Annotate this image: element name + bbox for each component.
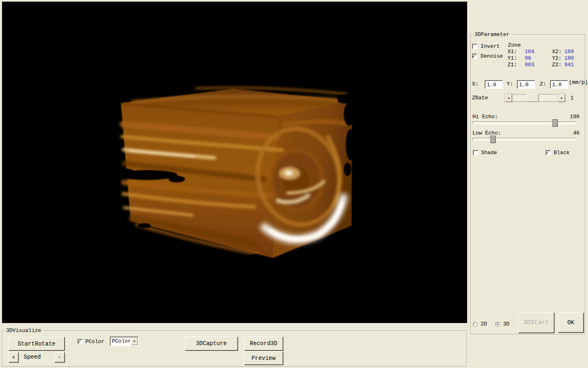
zrate-label: ZRate bbox=[472, 95, 488, 101]
shade-checkbox[interactable] bbox=[473, 150, 478, 155]
scale-y-input[interactable] bbox=[517, 80, 535, 89]
mode-2d-radio[interactable] bbox=[473, 322, 478, 327]
black-check-icon: ✓ bbox=[546, 149, 549, 156]
zone-title: Zone bbox=[508, 43, 521, 48]
scale-y-label: Y: bbox=[507, 81, 513, 87]
parameter-panel-title: 3DParameter bbox=[473, 31, 511, 38]
pcolor-check-icon: ✓ bbox=[78, 338, 81, 345]
zone-row-x: X1: 104 X2: 189 bbox=[508, 49, 585, 55]
zone-z1-label: Z1: bbox=[508, 62, 517, 68]
zrate-value: 1 bbox=[570, 95, 574, 101]
zone-y1-value: 96 bbox=[525, 55, 531, 61]
scale-z-input[interactable] bbox=[550, 80, 568, 89]
mode-2d-label: 2D bbox=[481, 321, 487, 327]
invert-label: Invert bbox=[481, 44, 500, 49]
visualize-panel: 3DVisualize StartRotate + Speed - ✓ PCol… bbox=[2, 330, 467, 367]
record-3d-button[interactable]: Record3D bbox=[244, 337, 283, 350]
render-viewport[interactable] bbox=[2, 2, 467, 323]
black-label: Black bbox=[554, 150, 570, 156]
mode-3d-label: 3D bbox=[503, 321, 510, 327]
black-checkbox[interactable]: ✓ bbox=[546, 150, 551, 155]
low-echo-label: Low Echo: bbox=[472, 130, 501, 136]
zrate-thumb[interactable] bbox=[527, 94, 539, 102]
zone-x2-value: 189 bbox=[564, 49, 574, 55]
start-rotate-button[interactable]: StartRotate bbox=[9, 337, 65, 350]
zrate-scrollbar[interactable]: ◄ ► bbox=[505, 94, 565, 102]
pcolor-dropdown-value: PColor bbox=[112, 338, 131, 344]
mode-3d-radio[interactable]: ● bbox=[495, 322, 500, 327]
invert-checkbox[interactable] bbox=[472, 44, 477, 49]
zone-x2-label: X2: bbox=[552, 49, 561, 55]
hi-echo-label: Hi Echo: bbox=[472, 114, 498, 120]
low-echo-track[interactable] bbox=[472, 138, 577, 141]
start-3d-button[interactable]: 3DStart bbox=[518, 312, 554, 333]
zrate-right-arrow-icon[interactable]: ► bbox=[558, 94, 565, 102]
chevron-down-icon[interactable]: ▼ bbox=[131, 337, 138, 345]
denoise-checkbox[interactable]: ✓ bbox=[472, 54, 477, 59]
scale-x-input[interactable] bbox=[485, 80, 503, 89]
mode-3d-dot-icon: ● bbox=[497, 323, 499, 326]
zone-y2-value: 180 bbox=[564, 55, 574, 61]
denoise-label: Denoise bbox=[481, 54, 503, 59]
parameter-panel: 3DParameter Invert ✓ Denoise Zone X1: 10… bbox=[470, 34, 585, 334]
scale-z-label: Z: bbox=[540, 81, 546, 87]
zone-x1-label: X1: bbox=[508, 49, 517, 55]
zrate-left-arrow-icon[interactable]: ◄ bbox=[505, 94, 512, 102]
speed-minus-button[interactable]: - bbox=[54, 352, 65, 362]
zone-y1-label: Y1: bbox=[508, 55, 517, 61]
zone-row-z: Z1: 803 Z2: 941 bbox=[508, 62, 585, 68]
zone-x1-value: 104 bbox=[525, 49, 534, 55]
speed-label: Speed bbox=[24, 354, 41, 360]
pcolor-label: PColor bbox=[85, 339, 105, 345]
capture-3d-button[interactable]: 3DCapture bbox=[185, 337, 238, 350]
shade-label: Shade bbox=[481, 150, 497, 156]
hi-echo-value: 198 bbox=[563, 114, 579, 120]
pcolor-dropdown[interactable]: PColor ▼ bbox=[110, 337, 138, 346]
visualize-panel-title: 3DVisualize bbox=[5, 328, 42, 334]
low-echo-value: 46 bbox=[563, 130, 579, 136]
zone-row-y: Y1: 96 Y2: 180 bbox=[508, 55, 585, 62]
zone-z2-label: Z2: bbox=[552, 62, 561, 68]
scale-unit-label: (mm/p) bbox=[569, 80, 588, 85]
zone-table: X1: 104 X2: 189 Y1: 96 Y2: 180 Z1: 803 Z… bbox=[508, 49, 585, 68]
scale-x-label: X: bbox=[472, 81, 479, 87]
volume-3d-render bbox=[2, 2, 467, 323]
pcolor-checkbox[interactable]: ✓ bbox=[78, 339, 83, 344]
hi-echo-thumb[interactable] bbox=[552, 119, 558, 127]
zone-y2-label: Y2: bbox=[552, 55, 561, 61]
zone-z1-value: 803 bbox=[525, 62, 534, 68]
hi-echo-track[interactable] bbox=[472, 121, 577, 124]
denoise-check-icon: ✓ bbox=[472, 53, 476, 59]
speed-plus-button[interactable]: + bbox=[9, 352, 18, 362]
ok-button[interactable]: OK bbox=[558, 312, 584, 332]
app-window: { "panel3d": { "title": "3DParameter", "… bbox=[0, 0, 588, 368]
zone-z2-value: 941 bbox=[564, 62, 574, 68]
low-echo-thumb[interactable] bbox=[490, 136, 496, 143]
preview-button[interactable]: Preview bbox=[244, 351, 283, 365]
